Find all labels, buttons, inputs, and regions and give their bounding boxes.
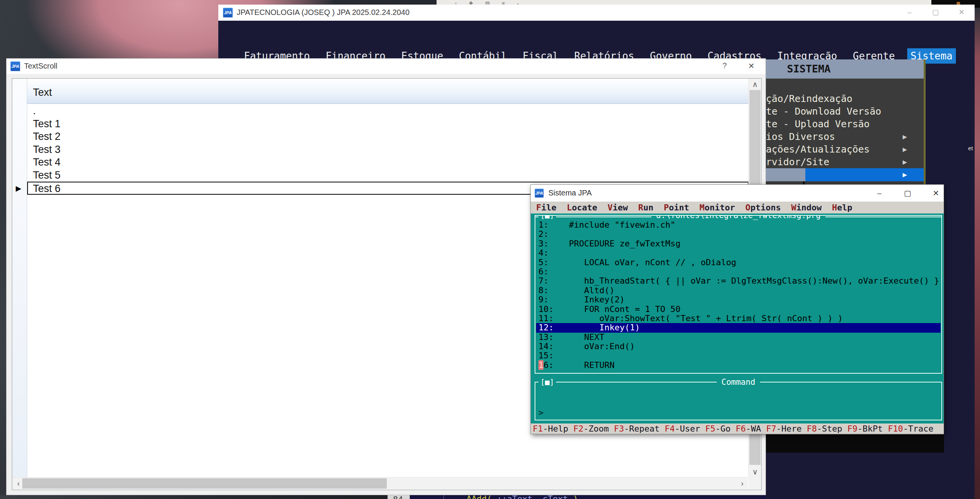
debugger-title: Sistema JPA bbox=[548, 189, 592, 197]
code-line-11: 11: oVar:ShowText( "Test " + Ltrim( Str(… bbox=[536, 314, 941, 323]
editor-background: AAdd( ::aText, cText ) bbox=[410, 495, 766, 499]
close-icon[interactable]: ✕ bbox=[746, 61, 756, 71]
minimize-button[interactable]: – bbox=[874, 188, 885, 199]
horizontal-scrollbar[interactable]: ‹ › bbox=[12, 477, 748, 490]
debugger-menu-item-monitor[interactable]: Monitor bbox=[699, 202, 735, 213]
code-text: Inkey(2) bbox=[559, 295, 625, 304]
fkey-f9[interactable]: F9 bbox=[847, 424, 857, 433]
code-text: LOCAL oVar, nCont // , oDialog bbox=[559, 258, 736, 267]
table-row-test-3[interactable]: Test 3 bbox=[27, 143, 749, 156]
table-row-test-5[interactable]: Test 5 bbox=[27, 169, 749, 182]
textscroll-titlebar[interactable]: JPA TextScroll ? ✕ bbox=[7, 59, 766, 74]
table-row-test-1[interactable]: Test 1 bbox=[27, 118, 749, 131]
line-number: 10: bbox=[538, 305, 559, 314]
fkey-f7[interactable]: F7 bbox=[766, 424, 776, 433]
table-row-item[interactable]: . bbox=[27, 105, 749, 118]
main-titlebar[interactable]: JPA JPATECNOLOGIA (JOSEQ ) JPA 2025.02.2… bbox=[218, 5, 975, 21]
scroll-down-icon[interactable]: ∨ bbox=[749, 467, 761, 476]
dropdown-item-cao-reindexacao[interactable]: ção/Reindexação bbox=[766, 92, 924, 105]
fkey-action-trace[interactable]: -Trace bbox=[903, 424, 933, 433]
horizontal-scrollbar-thumb[interactable] bbox=[22, 478, 387, 489]
column-header[interactable]: Text bbox=[27, 79, 749, 104]
line-number: 8: bbox=[538, 286, 559, 295]
function-key-bar: F1-Help F2-Zoom F3-Repeat F4-User F5-Go … bbox=[531, 423, 944, 434]
debugger-menu-item-run[interactable]: Run bbox=[638, 202, 653, 213]
dropdown-item-te-upload-versao[interactable]: te - Upload Versão bbox=[766, 118, 924, 130]
table-row-test-4[interactable]: Test 4 bbox=[27, 156, 749, 169]
scroll-left-icon[interactable]: ‹ bbox=[14, 479, 23, 488]
debugger-menubar: FileLocateViewRunPointMonitorOptionsWind… bbox=[531, 202, 944, 213]
code-text: Altd() bbox=[559, 286, 615, 295]
fkey-action-go[interactable]: -Go bbox=[715, 424, 731, 433]
command-box[interactable]: [■] Command > bbox=[535, 382, 942, 420]
line-number: 7: bbox=[538, 276, 559, 286]
code-line-10: 10: FOR nCont = 1 TO 50 bbox=[536, 305, 941, 314]
line-number: 9: bbox=[538, 295, 559, 304]
line-number: 6: bbox=[538, 267, 559, 276]
fkey-action-here[interactable]: -Here bbox=[776, 424, 802, 433]
debugger-menu-item-window[interactable]: Window bbox=[791, 202, 821, 213]
debugger-menu-item-locate[interactable]: Locate bbox=[567, 202, 597, 213]
minimize-button[interactable]: – bbox=[904, 7, 915, 18]
submenu-arrow-icon: ▶ bbox=[903, 168, 907, 181]
line-number: 1: bbox=[538, 220, 559, 230]
fkey-action-help[interactable]: -Help bbox=[543, 424, 568, 433]
desktop: ▫ ✚ ▤ ≡ ₉ JPA JPATECNOLOGIA (JOSEQ ) JPA… bbox=[0, 0, 980, 499]
fkey-f3[interactable]: F3 bbox=[614, 424, 624, 433]
dropdown-item-acoes-atualizacoes[interactable]: ações/Atualizações▶ bbox=[766, 143, 924, 156]
scrollbar-corner bbox=[749, 478, 761, 490]
submenu-arrow-icon: ▶ bbox=[903, 156, 907, 168]
code-line-16: 16: RETURN bbox=[536, 361, 941, 370]
debugger-menu-item-view[interactable]: View bbox=[607, 202, 628, 213]
row-marker-icon: ▶ bbox=[16, 184, 21, 193]
line-number: 5: bbox=[538, 258, 559, 267]
fkey-f5[interactable]: F5 bbox=[705, 424, 715, 433]
dropdown-item-label: te - Download Versão bbox=[766, 106, 881, 117]
debugger-menu-item-options[interactable]: Options bbox=[745, 202, 781, 213]
fkey-f6[interactable]: F6 bbox=[736, 424, 746, 433]
fkey-action-wa[interactable]: -WA bbox=[746, 424, 761, 433]
fkey-f1[interactable]: F1 bbox=[533, 424, 543, 433]
line-number: 13: bbox=[538, 333, 559, 342]
line-number: 4: bbox=[538, 248, 559, 258]
fkey-action-user[interactable]: -User bbox=[675, 424, 700, 433]
debugger-menu-item-help[interactable]: Help bbox=[832, 202, 852, 213]
scroll-up-icon[interactable]: ∧ bbox=[749, 80, 761, 89]
source-box-control[interactable]: [■] bbox=[538, 215, 556, 220]
close-button[interactable]: ✕ bbox=[956, 7, 967, 18]
debugger-titlebar[interactable]: JPA Sistema JPA – ▢ ✕ bbox=[531, 185, 944, 202]
debugger-menu-item-file[interactable]: File bbox=[536, 202, 556, 213]
maximize-button[interactable]: ▢ bbox=[930, 7, 941, 18]
wallpaper-bottom-strip bbox=[0, 495, 388, 499]
fkey-f2[interactable]: F2 bbox=[573, 424, 584, 433]
command-box-control[interactable]: [■] bbox=[538, 378, 556, 387]
dropdown-item-te-download-versao[interactable]: te - Download Versão bbox=[766, 105, 924, 118]
fkey-f10[interactable]: F10 bbox=[888, 424, 903, 433]
close-icon[interactable]: ✕ bbox=[930, 188, 942, 199]
scroll-right-icon[interactable]: › bbox=[738, 479, 747, 488]
code-text: RETURN bbox=[559, 361, 615, 370]
dropdown-item-rvidor-site[interactable]: rvidor/Site▶ bbox=[766, 156, 924, 168]
row-container: .Test 1Test 2Test 3Test 4Test 5Test 6 bbox=[27, 105, 749, 195]
dropdown-item-label: te - Upload Versão bbox=[766, 118, 870, 130]
command-prompt[interactable]: > bbox=[538, 408, 543, 417]
maximize-button[interactable]: ▢ bbox=[902, 188, 913, 199]
submenu-arrow-icon: ▶ bbox=[903, 143, 907, 156]
fkey-action-repeat[interactable]: -Repeat bbox=[624, 424, 659, 433]
fkey-action-zoom[interactable]: -Zoom bbox=[583, 424, 609, 433]
submenu-arrow-icon: ▶ bbox=[903, 130, 907, 143]
table-row-test-2[interactable]: Test 2 bbox=[27, 130, 749, 143]
line-number: 2: bbox=[538, 230, 559, 239]
dropdown-item-ios-diversos[interactable]: ios Diversos▶ bbox=[766, 130, 924, 143]
help-button[interactable]: ? bbox=[720, 61, 730, 70]
fkey-f8[interactable]: F8 bbox=[807, 424, 817, 433]
fkey-action-bkpt[interactable]: -BkPt bbox=[857, 424, 883, 433]
hotkey-letter: H bbox=[832, 203, 837, 212]
fkey-action-step[interactable]: -Step bbox=[817, 424, 842, 433]
source-code: 1: #include "fivewin.ch"2:3: PROCEDURE z… bbox=[536, 220, 941, 370]
fkey-f4[interactable]: F4 bbox=[664, 424, 675, 433]
dropdown-item-selected-6[interactable]: ▶ bbox=[766, 168, 924, 181]
debugger-menu-item-point[interactable]: Point bbox=[664, 202, 689, 213]
editor-code-segment: ) bbox=[568, 495, 578, 499]
code-text: FOR nCont = 1 TO 50 bbox=[559, 305, 681, 314]
